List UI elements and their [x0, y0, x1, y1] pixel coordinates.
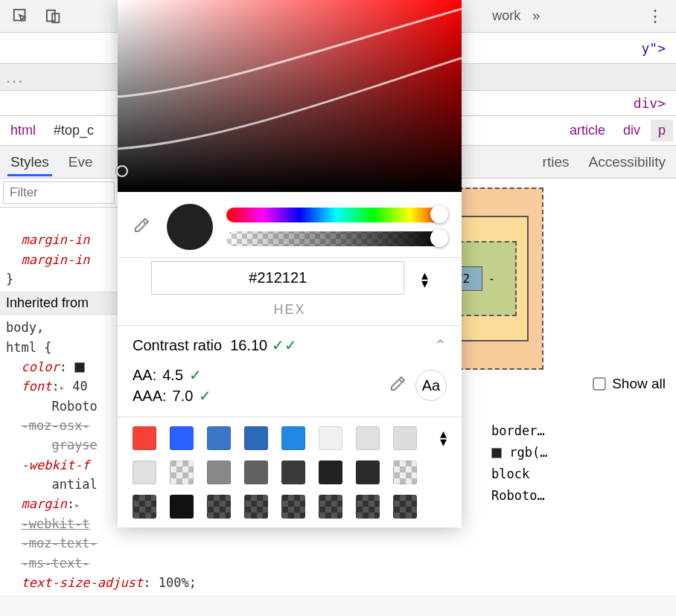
bg-eyedropper-icon[interactable]: [389, 375, 409, 396]
saturation-cursor[interactable]: [116, 165, 128, 177]
crumb-p[interactable]: p: [651, 120, 673, 141]
palette-swatch[interactable]: [244, 495, 268, 519]
palette-swatch[interactable]: [244, 426, 268, 450]
double-check-icon: ✓✓: [272, 337, 297, 353]
palette-swatch[interactable]: [393, 426, 417, 450]
palette-swatch[interactable]: [319, 426, 342, 450]
tab-properties[interactable]: rties: [540, 148, 573, 176]
palette-swatch[interactable]: [281, 495, 305, 519]
alpha-slider[interactable]: [226, 231, 447, 246]
palette-swatch[interactable]: [356, 495, 380, 519]
palette-swatch[interactable]: [133, 495, 156, 519]
show-all-label: Show all: [612, 376, 666, 392]
tab-events[interactable]: Eve: [66, 148, 96, 176]
device-icon[interactable]: [43, 6, 64, 27]
aa-row: AA: 4.5 ✓: [133, 365, 389, 385]
crumb-article[interactable]: article: [562, 120, 613, 141]
text-sample-button[interactable]: Aa: [415, 370, 447, 401]
show-all-checkbox[interactable]: [593, 377, 606, 391]
palette: ▴▾: [118, 417, 462, 527]
crumb-top[interactable]: #top_c: [46, 120, 101, 141]
aaa-row: AAA: 7.0 ✓: [133, 385, 389, 406]
tab-styles[interactable]: Styles: [7, 148, 52, 176]
css-prop-margin-inline-2[interactable]: margin-in: [21, 252, 89, 267]
crumb-div[interactable]: div: [616, 120, 648, 141]
eyedropper-icon[interactable]: [133, 216, 153, 237]
palette-swatch[interactable]: [281, 426, 305, 450]
contrast-row: Contrast ratio 16.10 ✓✓ ⌃: [118, 326, 462, 365]
css-prop-margin-inline[interactable]: margin-in: [21, 232, 89, 247]
check-icon: ✓: [189, 366, 202, 384]
color-swatch-icon: [491, 448, 502, 458]
tab-network-partial[interactable]: work: [492, 8, 520, 24]
palette-swatch[interactable]: [393, 495, 417, 519]
more-tabs-chevron[interactable]: »: [532, 8, 540, 24]
palette-swatch[interactable]: [319, 461, 342, 484]
color-swatch[interactable]: [74, 362, 85, 373]
check-icon: ✓: [199, 387, 211, 405]
palette-swatch[interactable]: [133, 461, 156, 484]
styles-filter-input[interactable]: [3, 182, 115, 204]
collapse-contrast-icon[interactable]: ⌃: [434, 336, 447, 354]
palette-swatch[interactable]: [207, 495, 231, 519]
crumb-html[interactable]: html: [3, 120, 43, 141]
tab-accessibility[interactable]: Accessibility: [586, 148, 669, 176]
palette-swatch[interactable]: [356, 426, 380, 450]
saturation-area[interactable]: [118, 0, 462, 192]
palette-page-toggle[interactable]: ▴▾: [440, 430, 447, 446]
palette-swatch[interactable]: [281, 461, 305, 484]
palette-swatch[interactable]: [207, 426, 231, 450]
hex-input[interactable]: [151, 261, 404, 295]
selected-color-swatch: [167, 204, 213, 250]
palette-swatch[interactable]: [207, 461, 231, 484]
color-picker-popup: ▴▾ HEX Contrast ratio 16.10 ✓✓ ⌃ AA: 4.5…: [118, 0, 462, 527]
palette-swatch[interactable]: [170, 495, 194, 519]
palette-swatch[interactable]: [393, 461, 417, 484]
palette-swatch[interactable]: [170, 461, 194, 484]
palette-swatch[interactable]: [170, 426, 194, 450]
kebab-menu-icon[interactable]: ⋮: [645, 6, 666, 27]
hue-slider[interactable]: [226, 208, 447, 222]
inspect-icon[interactable]: [10, 6, 31, 27]
svg-rect-1: [47, 10, 55, 21]
hex-label: HEX: [133, 302, 447, 318]
palette-swatch[interactable]: [319, 495, 342, 519]
palette-swatch[interactable]: [244, 461, 268, 484]
format-toggle[interactable]: ▴▾: [421, 272, 428, 288]
palette-swatch[interactable]: [133, 426, 156, 450]
palette-swatch[interactable]: [356, 461, 380, 484]
